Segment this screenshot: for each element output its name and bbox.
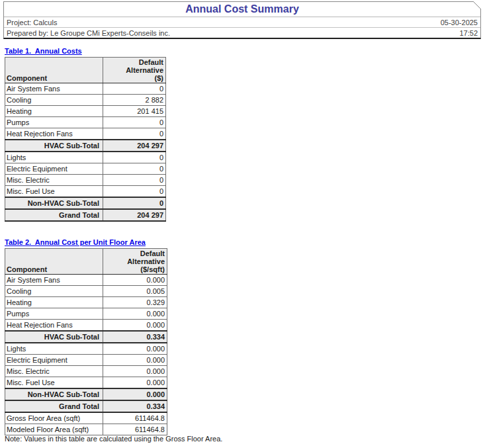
table-total-row: Grand Total 204 297 (5, 209, 166, 221)
component-cell: Cooling (5, 286, 103, 297)
header-meta-row-2: Prepared by: Le Groupe CMi Experts-Conse… (4, 28, 480, 38)
component-cell: Cooling (5, 95, 103, 106)
table-row: Heat Rejection Fans 0.000 (5, 320, 167, 332)
prepared-by: Prepared by: Le Groupe CMi Experts-Conse… (7, 29, 170, 37)
component-column-header: Component (5, 249, 103, 275)
table-header-row: Component Default Alternative ($/sqft) (5, 249, 167, 275)
value-cell: 204 297 (103, 140, 166, 152)
value-cell: 0.329 (103, 297, 167, 308)
value-cell: 0.334 (103, 400, 167, 412)
component-cell: Misc. Electric (5, 366, 103, 377)
value-cell: 0.000 (103, 308, 167, 320)
component-cell: Grand Total (5, 209, 103, 221)
value-cell: 0.000 (103, 320, 167, 332)
value-cell: 0.000 (103, 355, 167, 366)
component-column-header: Component (5, 58, 103, 83)
component-cell: Heating (5, 106, 103, 117)
component-cell: Heat Rejection Fans (5, 320, 103, 332)
table-row: Misc. Fuel Use 0 (5, 186, 166, 198)
table-total-row: Non-HVAC Sub-Total 0 (5, 197, 166, 209)
value-cell: 204 297 (103, 209, 166, 221)
value-cell: 0.000 (103, 377, 167, 389)
table-header-row: Component Default Alternative ($) (5, 58, 166, 83)
cost-per-area-table: Component Default Alternative ($/sqft) A… (5, 248, 167, 435)
table-row: Pumps 0 (5, 117, 166, 128)
table-total-row: Grand Total 0.334 (5, 400, 167, 412)
report-date: 05-30-2025 (441, 19, 478, 26)
table-row: Cooling 2 882 (5, 95, 166, 106)
component-cell: Lights (5, 343, 103, 355)
component-cell: Non-HVAC Sub-Total (5, 388, 103, 400)
value-cell: 0.000 (103, 366, 167, 377)
dog-ear-corner-icon (473, 1, 481, 9)
footnote: Note: Values in this table are calculate… (5, 435, 222, 443)
value-cell: 0 (103, 186, 166, 198)
component-cell: Heating (5, 297, 103, 308)
value-cell: 0 (103, 175, 166, 186)
project-name: Project: Calculs (7, 19, 57, 26)
table-row: Gross Floor Area (sqft) 611464.8 (5, 412, 167, 424)
component-cell: Misc. Fuel Use (5, 377, 103, 389)
table-row: Misc. Electric 0 (5, 175, 166, 186)
value-cell: 2 882 (103, 95, 166, 106)
page-title: Annual Cost Summary (4, 2, 480, 17)
value-cell: 0.000 (103, 343, 167, 355)
value-cell: 0 (103, 163, 166, 175)
component-cell: Modeled Floor Area (sqft) (5, 424, 103, 435)
table-row: Air System Fans 0 (5, 83, 166, 95)
value-cell: 611464.8 (103, 424, 167, 435)
cost-per-area-section: Table 2. Annual Cost per Unit Floor Area… (5, 238, 167, 435)
value-cell: 201 415 (103, 106, 166, 117)
table-row: Air System Fans 0.000 (5, 275, 167, 286)
component-cell: Lights (5, 152, 103, 163)
value-cell: 0.000 (103, 388, 167, 400)
value-cell: 0 (103, 83, 166, 95)
value-cell: 0.334 (103, 331, 167, 343)
table-row: Heating 0.329 (5, 297, 167, 308)
component-cell: Misc. Fuel Use (5, 186, 103, 198)
report-time: 17:52 (459, 29, 478, 37)
value-cell: 611464.8 (103, 412, 167, 424)
component-cell: Electric Equipment (5, 355, 103, 366)
table-row: Modeled Floor Area (sqft) 611464.8 (5, 424, 167, 435)
table-row: Pumps 0.000 (5, 308, 167, 320)
component-cell: Grand Total (5, 400, 103, 412)
component-cell: Pumps (5, 308, 103, 320)
component-cell: Gross Floor Area (sqft) (5, 412, 103, 424)
alternative-column-header: Default Alternative ($/sqft) (103, 249, 167, 275)
annual-costs-table: Component Default Alternative ($) Air Sy… (5, 57, 166, 222)
value-cell: 0 (103, 197, 166, 209)
table-row: Heat Rejection Fans 0 (5, 128, 166, 140)
table-total-row: HVAC Sub-Total 204 297 (5, 140, 166, 152)
table-total-row: HVAC Sub-Total 0.334 (5, 331, 167, 343)
component-cell: Non-HVAC Sub-Total (5, 197, 103, 209)
table1-title: Table 1. Annual Costs (5, 47, 166, 55)
component-cell: Pumps (5, 117, 103, 128)
alternative-column-header: Default Alternative ($) (103, 58, 166, 83)
table-row: Lights 0 (5, 152, 166, 163)
value-cell: 0.005 (103, 286, 167, 297)
table2-title: Table 2. Annual Cost per Unit Floor Area (5, 238, 167, 246)
table-row: Heating 201 415 (5, 106, 166, 117)
component-cell: Air System Fans (5, 83, 103, 95)
table-row: Electric Equipment 0.000 (5, 355, 167, 366)
value-cell: 0.000 (103, 275, 167, 286)
component-cell: Misc. Electric (5, 175, 103, 186)
report-header: Annual Cost Summary Project: Calculs 05-… (3, 1, 481, 39)
component-cell: HVAC Sub-Total (5, 331, 103, 343)
value-cell: 0 (103, 152, 166, 163)
table-row: Lights 0.000 (5, 343, 167, 355)
component-cell: Heat Rejection Fans (5, 128, 103, 140)
annual-costs-section: Table 1. Annual Costs Component Default … (5, 47, 166, 222)
value-cell: 0 (103, 128, 166, 140)
component-cell: HVAC Sub-Total (5, 140, 103, 152)
table-row: Misc. Fuel Use 0.000 (5, 377, 167, 389)
component-cell: Electric Equipment (5, 163, 103, 175)
table-row: Electric Equipment 0 (5, 163, 166, 175)
header-meta-row-1: Project: Calculs 05-30-2025 (4, 17, 480, 28)
table-row: Misc. Electric 0.000 (5, 366, 167, 377)
value-cell: 0 (103, 117, 166, 128)
component-cell: Air System Fans (5, 275, 103, 286)
table-row: Cooling 0.005 (5, 286, 167, 297)
table-total-row: Non-HVAC Sub-Total 0.000 (5, 388, 167, 400)
